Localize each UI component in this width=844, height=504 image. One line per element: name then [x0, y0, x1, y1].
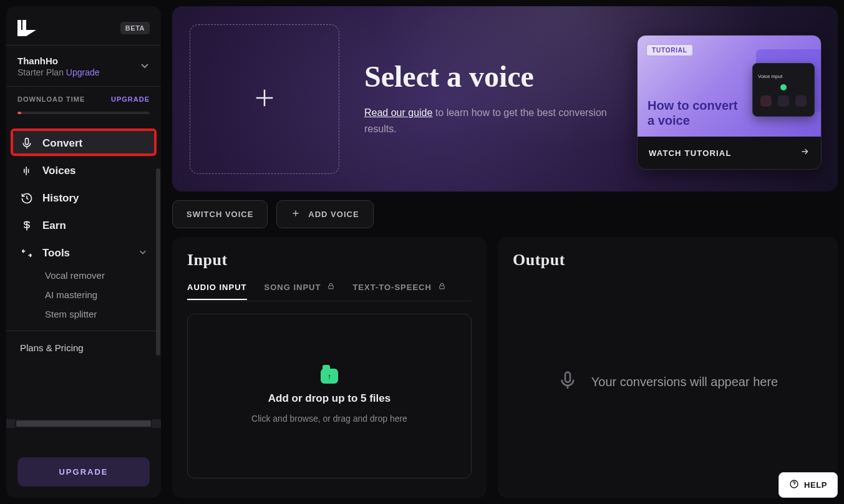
watch-tutorial-label: WATCH TUTORIAL [649, 148, 732, 158]
sidebar-scrollbar[interactable] [156, 168, 160, 356]
svg-rect-3 [329, 286, 334, 289]
hero-title: Select a voice [364, 61, 626, 92]
tab-label: TEXT-TO-SPEECH [352, 283, 431, 292]
help-button[interactable]: HELP [779, 472, 838, 498]
user-menu[interactable]: ThanhHo Starter Plan Upgrade [6, 46, 161, 86]
upload-folder-icon: ↑ [321, 369, 338, 384]
read-guide-link[interactable]: Read our guide [364, 107, 432, 118]
button-label: SWITCH VOICE [187, 210, 253, 219]
plus-icon [252, 85, 277, 113]
dropzone-title: Add or drop up to 5 files [268, 392, 390, 405]
tutorial-tag: TUTORIAL [646, 44, 693, 56]
nav-plans-pricing[interactable]: Plans & Pricing [12, 332, 155, 359]
svg-rect-5 [565, 372, 570, 382]
add-voice-tile[interactable] [190, 24, 339, 174]
tutorial-card[interactable]: TUTORIAL Voice input How to convert a vo… [637, 35, 822, 170]
tutorial-thumb-title: How to convert a voice [648, 98, 740, 128]
mic-icon [20, 137, 34, 150]
tab-label: SONG INPUT [264, 283, 321, 292]
tab-label: AUDIO INPUT [187, 283, 247, 292]
tools-icon [20, 246, 34, 260]
lock-icon [438, 282, 446, 292]
output-panel: Output Your conversions will appear here [498, 237, 838, 498]
nav-tools[interactable]: Tools [12, 240, 155, 266]
help-label: HELP [804, 480, 827, 490]
chevron-down-icon [138, 247, 147, 259]
chevron-down-icon [140, 61, 150, 73]
nav-tools-ai-mastering[interactable]: AI mastering [45, 289, 155, 300]
button-label: ADD VOICE [308, 210, 359, 219]
download-time-meter [17, 112, 150, 114]
input-title: Input [187, 251, 472, 269]
tutorial-mock-preview: Voice input [752, 63, 815, 117]
output-title: Output [513, 251, 823, 269]
tab-text-to-speech[interactable]: TEXT-TO-SPEECH [352, 278, 445, 299]
svg-rect-0 [17, 20, 21, 30]
waveform-icon [20, 164, 34, 178]
app-logo[interactable] [17, 20, 36, 36]
mic-icon [558, 371, 578, 393]
tutorial-thumbnail: TUTORIAL Voice input How to convert a vo… [638, 36, 821, 137]
output-empty-message: Your conversions will appear here [591, 375, 778, 389]
arrow-right-icon [800, 147, 810, 159]
main-content: Select a voice Read our guide to learn h… [172, 6, 838, 498]
svg-rect-1 [22, 20, 26, 30]
nav-convert[interactable]: Convert [12, 130, 155, 157]
primary-nav: Convert Voices History Earn Tools [6, 124, 161, 359]
tab-audio-input[interactable]: AUDIO INPUT [187, 278, 247, 299]
beta-badge: BETA [120, 22, 150, 34]
tab-song-input[interactable]: SONG INPUT [264, 278, 336, 299]
sidebar: BETA ThanhHo Starter Plan Upgrade DOWNLO… [6, 6, 161, 498]
select-voice-hero: Select a voice Read our guide to learn h… [172, 6, 838, 191]
plus-icon [291, 208, 301, 220]
history-icon [20, 191, 34, 205]
add-voice-button[interactable]: ADD VOICE [276, 200, 373, 228]
nav-label: Tools [42, 247, 70, 259]
help-icon [789, 479, 799, 491]
user-plan-upgrade-link[interactable]: Upgrade [66, 67, 100, 77]
nav-earn[interactable]: Earn [12, 213, 155, 239]
nav-label: History [42, 192, 79, 205]
nav-label: Voices [42, 165, 76, 177]
input-panel: Input AUDIO INPUT SONG INPUT TEXT-TO-SPE… [172, 237, 487, 498]
file-dropzone[interactable]: ↑ Add or drop up to 5 files Click and br… [187, 314, 472, 478]
dollar-icon [20, 219, 34, 233]
lock-icon [327, 282, 335, 292]
dropzone-subtitle: Click and browse, or drag and drop here [251, 414, 407, 424]
nav-tools-vocal-remover[interactable]: Vocal remover [45, 270, 155, 281]
download-time-label: DOWNLOAD TIME [17, 95, 85, 103]
switch-voice-button[interactable]: SWITCH VOICE [172, 200, 268, 228]
upgrade-button[interactable]: UPGRADE [17, 457, 150, 487]
nav-history[interactable]: History [12, 185, 155, 211]
input-tabs: AUDIO INPUT SONG INPUT TEXT-TO-SPEECH [187, 278, 472, 301]
nav-label: Earn [42, 220, 66, 232]
svg-rect-2 [26, 138, 29, 145]
user-plan-prefix: Starter Plan [17, 67, 66, 77]
svg-rect-4 [440, 286, 445, 289]
user-name: ThanhHo [17, 56, 100, 66]
nav-voices[interactable]: Voices [12, 158, 155, 184]
nav-tools-stem-splitter[interactable]: Stem splitter [45, 309, 155, 319]
nav-label: Convert [42, 137, 82, 150]
sidebar-scrollbar-horizontal[interactable] [6, 419, 161, 428]
download-upgrade-link[interactable]: UPGRADE [111, 95, 150, 103]
